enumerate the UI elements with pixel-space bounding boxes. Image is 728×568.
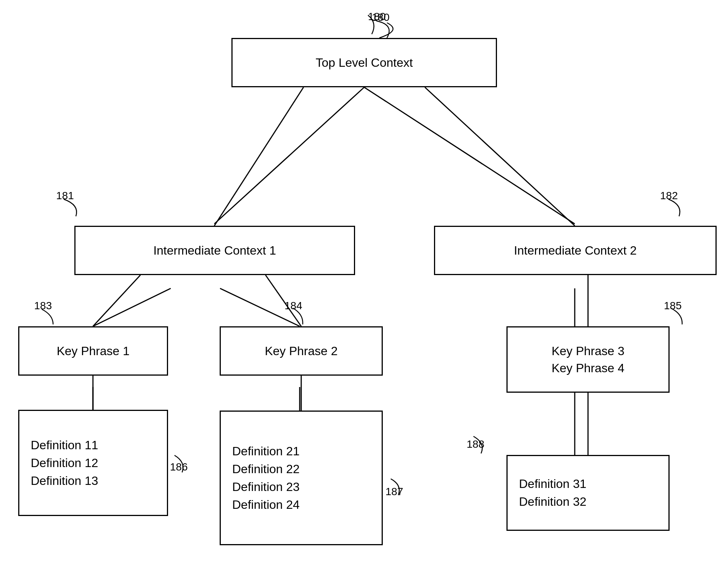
key-phrase-1-label: Key Phrase 1 (57, 344, 129, 358)
diagram-container: 180 Top Level Context 180 181 182 Interm… (0, 0, 728, 568)
label-183: 183 (34, 300, 52, 312)
key-phrase-2-node: Key Phrase 2 (220, 326, 383, 376)
def-22-label: Definition 22 (232, 462, 300, 476)
definition-1-node: Definition 11 Definition 12 Definition 1… (18, 410, 168, 516)
label-182: 182 (660, 190, 678, 202)
intermediate-context-2-node: Intermediate Context 2 (434, 226, 717, 275)
svg-line-10 (93, 275, 140, 326)
svg-line-0 (214, 87, 364, 224)
def-31-label: Definition 31 (519, 477, 586, 491)
intermediate-context-1-node: Intermediate Context 1 (74, 226, 355, 275)
intermediate-context-1-label: Intermediate Context 1 (153, 244, 276, 258)
def-12-label: Definition 12 (31, 456, 98, 470)
intermediate-context-2-label: Intermediate Context 2 (514, 244, 637, 258)
svg-line-8 (214, 87, 303, 226)
top-level-context-node: Top Level Context (231, 38, 497, 87)
def-11-label: Definition 11 (31, 438, 98, 452)
label-180: 180 (368, 11, 386, 23)
label-188: 188 (467, 438, 484, 450)
top-level-context-label: Top Level Context (316, 56, 413, 70)
key-phrase-4-label: Key Phrase 4 (552, 361, 624, 375)
svg-line-2 (93, 288, 171, 326)
def-21-label: Definition 21 (232, 444, 300, 458)
svg-line-9 (425, 87, 575, 226)
label-186: 186 (170, 461, 188, 473)
label-185: 185 (664, 300, 682, 312)
definition-3-node: Definition 31 Definition 32 (506, 455, 670, 531)
label-181: 181 (56, 190, 74, 202)
def-13-label: Definition 13 (31, 474, 98, 488)
def-32-label: Definition 32 (519, 495, 586, 509)
definition-2-node: Definition 21 Definition 22 Definition 2… (220, 411, 383, 545)
key-phrase-2-label: Key Phrase 2 (265, 344, 338, 358)
key-phrase-3-label: Key Phrase 3 (552, 344, 624, 358)
svg-line-1 (364, 87, 575, 224)
key-phrase-1-node: Key Phrase 1 (18, 326, 168, 376)
label-184: 184 (285, 300, 302, 312)
label-187: 187 (385, 486, 403, 498)
def-23-label: Definition 23 (232, 480, 300, 494)
def-24-label: Definition 24 (232, 498, 300, 512)
key-phrase-34-node: Key Phrase 3 Key Phrase 4 (506, 326, 670, 393)
